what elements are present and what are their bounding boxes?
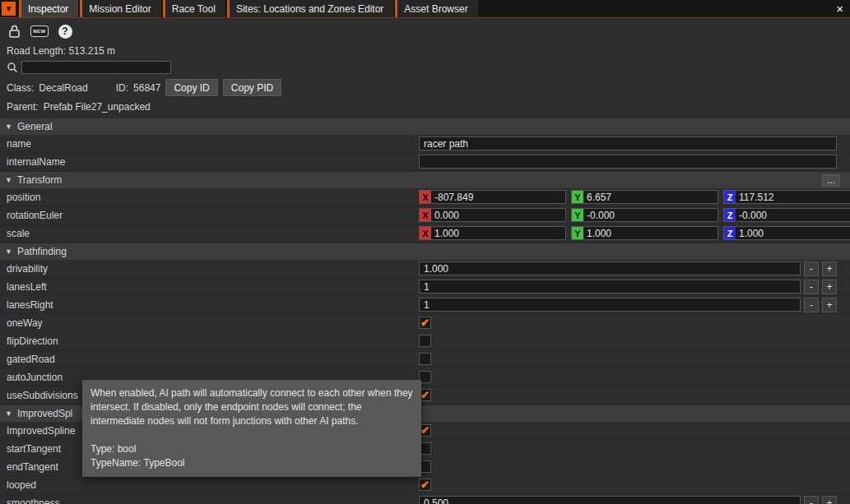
stepper-plus-button[interactable]: + [822, 261, 837, 276]
search-icon [7, 62, 18, 73]
tab-sites-editor[interactable]: Sites: Locations and Zones Editor [227, 0, 393, 17]
property-row-lanesRight: lanesRight - + [0, 296, 850, 314]
drivability-input[interactable] [419, 261, 801, 275]
scale-x-input[interactable] [431, 227, 565, 239]
axis-z-badge: Z [724, 209, 736, 221]
axis-z-badge: Z [724, 227, 736, 239]
copy-id-button[interactable]: Copy ID [165, 79, 217, 96]
stepper-minus-button[interactable]: - [804, 298, 819, 312]
tooltip-gap [91, 428, 413, 442]
property-row-oneWay: oneWay ✔ [0, 314, 850, 332]
collapse-icon: ▼ [5, 409, 12, 418]
property-row-scale: scale X Y Z [0, 224, 850, 243]
editor-logo-icon: ▼ [2, 2, 16, 16]
gatedRoad-checkbox[interactable] [419, 353, 431, 365]
tab-label: Mission Editor [89, 3, 151, 15]
section-title: General [17, 121, 53, 132]
logo-triangle-icon: ▼ [5, 4, 13, 13]
tooltip-text: When enabled, AI path will automatically… [91, 386, 413, 428]
parent-value: Prefab File27_unpacked [44, 101, 151, 113]
scale-y-field: Y [571, 226, 718, 240]
position-y-input[interactable] [583, 191, 718, 203]
internalName-input[interactable] [419, 155, 837, 169]
tooltip: When enabled, AI path will automatically… [82, 380, 421, 477]
property-row-lanesLeft: lanesLeft - + [0, 278, 850, 296]
position-z-field: Z [723, 190, 850, 204]
section-header-pathfinding[interactable]: ▼ Pathfinding [0, 243, 850, 260]
position-x-input[interactable] [431, 191, 565, 203]
class-value: DecalRoad [39, 82, 87, 94]
axis-x-badge: X [420, 191, 431, 203]
search-row [0, 60, 850, 77]
transform-more-button[interactable]: ... [822, 174, 840, 187]
scale-y-input[interactable] [583, 227, 718, 239]
property-label: lanesLeft [0, 281, 419, 293]
axis-y-badge: Y [572, 191, 583, 203]
section-header-transform[interactable]: ▼ Transform ... [0, 171, 850, 188]
tab-label: Inspector [28, 3, 68, 15]
property-label: drivability [0, 263, 419, 275]
smoothness-input[interactable] [419, 496, 801, 504]
stepper-minus-button[interactable]: - [804, 261, 819, 276]
rotation-x-field: X [419, 208, 566, 222]
lock-button[interactable] [5, 23, 23, 39]
stepper-minus-button[interactable]: - [804, 496, 819, 504]
lanesLeft-input[interactable] [419, 280, 801, 294]
axis-x-badge: X [420, 209, 431, 221]
tooltip-type: Type: bool [91, 442, 413, 456]
rotation-x-input[interactable] [431, 209, 565, 221]
axis-y-badge: Y [572, 227, 583, 239]
lanesRight-input[interactable] [419, 298, 801, 312]
property-row-flipDirection: flipDirection [0, 332, 850, 350]
property-row-internalName: internalName [0, 153, 850, 171]
stepper-plus-button[interactable]: + [822, 298, 837, 312]
looped-checkbox[interactable]: ✔ [419, 479, 431, 491]
position-y-field: Y [571, 190, 718, 204]
property-row-drivability: drivability - + [0, 260, 850, 278]
tab-label: Asset Browser [404, 3, 467, 15]
tab-bar: ▼ Inspector Mission Editor Race Tool Sit… [0, 0, 850, 18]
help-button[interactable]: ? [56, 23, 74, 39]
stepper-minus-button[interactable]: - [804, 280, 819, 294]
property-row-name: name [0, 135, 850, 153]
property-row-smoothness: smoothness - + [0, 494, 850, 504]
position-z-input[interactable] [736, 191, 850, 203]
close-button[interactable]: × [829, 0, 850, 17]
rotation-y-input[interactable] [583, 209, 718, 221]
copy-pid-button[interactable]: Copy PID [223, 79, 281, 96]
axis-y-badge: Y [572, 209, 583, 221]
property-label: looped [0, 479, 419, 491]
parent-label: Parent: [7, 101, 39, 113]
name-input[interactable] [419, 136, 837, 150]
tab-asset-browser[interactable]: Asset Browser [395, 0, 477, 17]
new-button[interactable]: NEW [30, 23, 49, 39]
section-header-general[interactable]: ▼ General [0, 118, 850, 135]
tab-inspector[interactable]: Inspector [19, 0, 78, 17]
collapse-icon: ▼ [5, 247, 12, 256]
tab-mission-editor[interactable]: Mission Editor [80, 0, 160, 17]
property-row-looped: looped ✔ [0, 476, 850, 494]
lock-icon [7, 24, 21, 39]
oneWay-checkbox[interactable]: ✔ [419, 317, 431, 329]
flipDirection-checkbox[interactable] [419, 335, 431, 347]
tab-race-tool[interactable]: Race Tool [163, 0, 225, 17]
id-value: 56847 [133, 82, 160, 94]
tab-label: Sites: Locations and Zones Editor [236, 3, 383, 15]
property-row-gatedRoad: gatedRoad [0, 350, 850, 368]
section-title: ImprovedSpl [17, 408, 72, 419]
property-row-rotationEuler: rotationEuler X Y Z [0, 206, 850, 224]
property-label: rotationEuler [0, 210, 419, 221]
rotation-z-input[interactable] [736, 209, 850, 221]
help-icon: ? [58, 25, 72, 39]
stepper-plus-button[interactable]: + [822, 280, 837, 294]
property-label: position [0, 192, 419, 203]
check-icon: ✔ [420, 425, 430, 436]
property-row-position: position X Y Z [0, 188, 850, 206]
road-length-text: Road Length: 513.215 m [0, 44, 850, 60]
property-label: gatedRoad [0, 354, 419, 365]
parent-row: Parent: Prefab File27_unpacked [0, 99, 850, 118]
search-input[interactable] [21, 61, 171, 74]
property-label: oneWay [0, 317, 419, 329]
scale-z-input[interactable] [736, 227, 850, 239]
stepper-plus-button[interactable]: + [822, 496, 837, 504]
